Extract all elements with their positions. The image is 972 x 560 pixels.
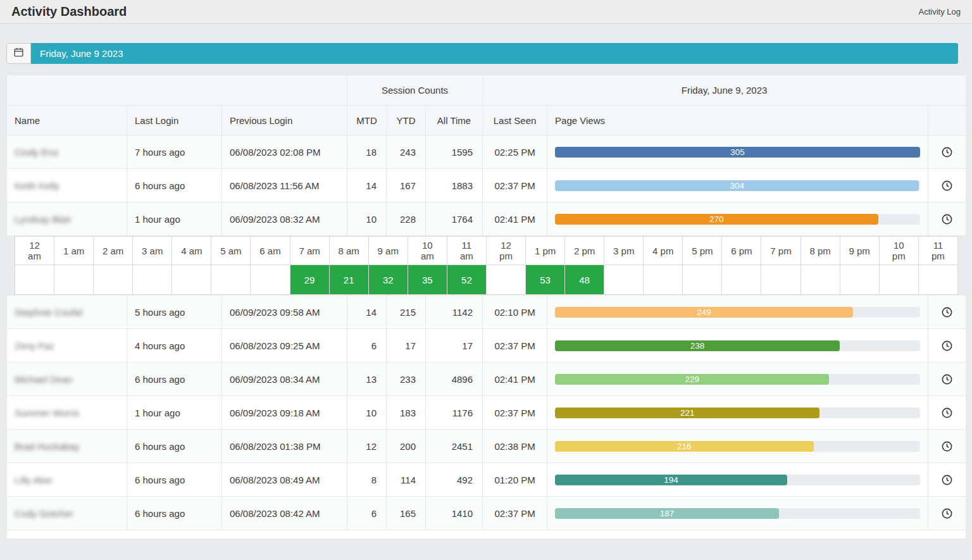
table-row[interactable]: Cody Gotcher6 hours ago06/08/2023 08:42 …: [7, 497, 966, 530]
history-button[interactable]: [938, 371, 956, 388]
last-login-cell: 7 hours ago: [127, 135, 222, 169]
hour-label: 8 pm: [801, 237, 840, 265]
table-row[interactable]: Michael Dean6 hours ago06/09/2023 08:34 …: [7, 363, 966, 396]
mtd-cell: 18: [347, 135, 387, 169]
page-views-cell: 238: [547, 329, 928, 363]
mtd-cell: 6: [347, 329, 387, 363]
page-views-cell: 221: [547, 396, 928, 430]
hour-label: 3 am: [133, 237, 172, 265]
history-button[interactable]: [938, 211, 956, 228]
column-header-row: Name Last Login Previous Login MTD YTD A…: [7, 106, 966, 135]
hour-label: 2 pm: [565, 237, 604, 265]
page-views-bar: 304: [555, 180, 919, 191]
history-button[interactable]: [938, 438, 956, 455]
last-login-cell: 4 hours ago: [127, 329, 222, 363]
page-views-cell: 229: [547, 363, 928, 396]
user-name: Summer Morris: [15, 408, 80, 418]
user-name: Cody Gotcher: [15, 508, 73, 519]
hour-value-cell: [761, 265, 801, 295]
hour-label: 12 pm: [486, 237, 525, 265]
page-views-value: 238: [690, 341, 705, 351]
table-row[interactable]: Keith Kelly6 hours ago06/08/2023 11:56 A…: [7, 169, 966, 202]
page-views-bar-track: 187: [555, 508, 920, 519]
hour-label: 12 am: [15, 237, 54, 265]
selected-date-label[interactable]: Friday, June 9 2023: [31, 43, 958, 64]
all-time-cell: 2451: [426, 430, 483, 463]
hour-value-cell: [172, 265, 211, 295]
last-seen-cell: 01:20 PM: [483, 463, 547, 497]
history-button[interactable]: [938, 471, 956, 488]
hour-value-cell: [211, 265, 251, 295]
clock-icon: [941, 311, 953, 320]
hour-value-cell: [604, 265, 644, 295]
last-seen-cell: 02:10 PM: [483, 296, 547, 329]
hour-label: 6 pm: [722, 237, 761, 265]
clock-icon: [941, 344, 953, 354]
table-row[interactable]: Cindy Eno7 hours ago06/08/2023 02:08 PM1…: [7, 135, 966, 169]
ytd-cell: 215: [387, 296, 426, 329]
previous-login-cell: 06/08/2023 01:38 PM: [222, 430, 347, 463]
last-seen-cell: 02:41 PM: [483, 202, 547, 236]
hour-value-cell: [486, 265, 525, 295]
group-header-row: Session Counts Friday, June 9, 2023: [7, 75, 966, 106]
hour-label: 5 am: [211, 237, 251, 265]
history-button[interactable]: [938, 177, 956, 194]
activity-log-link[interactable]: Activity Log: [919, 7, 961, 16]
activity-table-wrap: Session Counts Friday, June 9, 2023 Name…: [6, 75, 966, 539]
previous-login-cell: 06/09/2023 08:32 AM: [222, 202, 347, 236]
history-button[interactable]: [938, 144, 956, 161]
table-row[interactable]: Lyndsay Blair1 hour ago06/09/2023 08:32 …: [7, 202, 966, 236]
group-header-session-counts: Session Counts: [347, 75, 483, 106]
history-button[interactable]: [938, 505, 956, 522]
date-picker-bar: Friday, June 9 2023: [6, 43, 958, 64]
history-button[interactable]: [938, 304, 956, 321]
hour-value-cell: 32: [368, 265, 408, 295]
actions-cell: [928, 135, 966, 169]
previous-login-cell: 06/08/2023 08:49 AM: [222, 463, 347, 497]
user-name-cell: Brad Huckabay: [7, 430, 127, 463]
page-views-value: 270: [709, 215, 724, 224]
hour-value-cell: 48: [565, 265, 604, 295]
hour-label: 2 am: [94, 237, 133, 265]
table-row[interactable]: Lilly Aker6 hours ago06/08/2023 08:49 AM…: [7, 463, 966, 497]
table-body: Cindy Eno7 hours ago06/08/2023 02:08 PM1…: [7, 135, 966, 539]
history-button[interactable]: [938, 404, 956, 421]
hour-label: 9 am: [368, 237, 408, 265]
page-views-bar: 305: [555, 147, 920, 158]
page-views-bar: 216: [555, 441, 814, 452]
mtd-cell: 8: [347, 463, 387, 497]
actions-cell: [928, 396, 966, 430]
table-row[interactable]: Summer Morris1 hour ago06/09/2023 09:18 …: [7, 396, 966, 430]
ytd-cell: 233: [387, 363, 426, 396]
page-views-cell: 304: [547, 169, 928, 202]
user-name: Stephnie Coufal: [15, 307, 82, 318]
table-row[interactable]: Stephnie Coufal5 hours ago06/09/2023 09:…: [7, 296, 966, 329]
history-button[interactable]: [938, 337, 956, 354]
last-seen-cell: 02:37 PM: [483, 396, 547, 430]
calendar-button[interactable]: [6, 43, 31, 64]
page-views-bar: 194: [555, 475, 787, 485]
all-time-cell: 1764: [426, 202, 483, 236]
table-row[interactable]: Zeny Faz4 hours ago06/08/2023 09:25 AM61…: [7, 329, 966, 363]
hour-value-cell: [644, 265, 683, 295]
mtd-cell: 12: [347, 430, 387, 463]
page-views-bar-track: 229: [555, 374, 920, 385]
hour-label: 3 pm: [604, 237, 644, 265]
col-header-page-views: Page Views: [547, 106, 928, 135]
clock-icon: [941, 378, 953, 387]
actions-cell: [928, 296, 966, 329]
col-header-mtd: MTD: [347, 106, 387, 135]
hourly-detail-cell: 12 am1 am2 am3 am4 am5 am6 am7 am8 am9 a…: [7, 236, 966, 296]
actions-cell: [928, 329, 966, 363]
last-seen-cell: 02:37 PM: [483, 497, 547, 530]
last-seen-cell: 02:37 PM: [483, 169, 547, 202]
page-views-value: 304: [730, 181, 744, 190]
clock-icon: [941, 512, 953, 521]
page-views-value: 187: [660, 509, 675, 518]
clock-icon: [941, 151, 953, 160]
page-views-value: 194: [664, 475, 678, 485]
hour-value-cell: 53: [526, 265, 565, 295]
table-row[interactable]: Brad Huckabay6 hours ago06/08/2023 01:38…: [7, 430, 966, 463]
page-views-bar: 221: [555, 408, 819, 418]
partial-next-row: [7, 530, 966, 539]
